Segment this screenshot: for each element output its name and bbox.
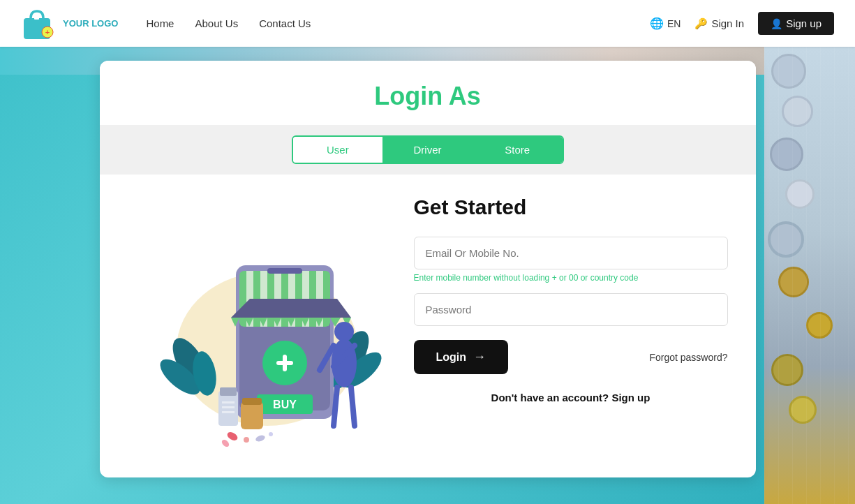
navbar: + YOUR LOGO Home About Us Contact Us 🌐 E… — [0, 0, 855, 47]
signup-label: Sign up — [786, 17, 821, 29]
tab-store[interactable]: Store — [473, 137, 563, 163]
svg-rect-47 — [242, 398, 262, 405]
nav-home[interactable]: Home — [146, 17, 174, 29]
form-area: Get Started Enter mobile number without … — [393, 195, 728, 450]
card-header: Login As — [100, 61, 756, 125]
logo-svg: + — [21, 6, 57, 42]
form-heading: Get Started — [414, 195, 728, 219]
nav-links: Home About Us Contact Us — [146, 17, 650, 29]
lang-label: EN — [667, 18, 681, 29]
hint-text: Enter mobile number without loading — [414, 273, 552, 283]
login-tab-group: User Driver Store — [292, 135, 564, 164]
email-hint: Enter mobile number without loading + or… — [414, 273, 728, 283]
arrow-icon: → — [473, 350, 486, 364]
signup-link[interactable]: Sign up — [611, 392, 650, 403]
password-group — [414, 293, 728, 326]
svg-point-49 — [244, 437, 249, 443]
svg-text:BUY: BUY — [273, 399, 297, 410]
main-content: Login As User Driver Store — [0, 47, 855, 504]
login-card: Login As User Driver Store — [100, 61, 756, 477]
nav-contact[interactable]: Contact Us — [259, 17, 311, 29]
signup-prompt: Don't have an account? Sign up — [414, 392, 728, 403]
nav-signup-button[interactable]: 👤 Sign up — [758, 12, 834, 35]
logo-text: YOUR LOGO — [63, 18, 118, 29]
svg-rect-34 — [267, 268, 302, 274]
svg-point-50 — [255, 434, 266, 443]
logo-area[interactable]: + YOUR LOGO — [21, 6, 118, 42]
logo-icon: + — [21, 6, 57, 42]
email-group — [414, 237, 728, 269]
pharmacy-illustration: BUY — [128, 195, 393, 447]
svg-rect-46 — [241, 401, 263, 429]
signin-label: Sign In — [711, 17, 744, 29]
nav-right: 🌐 EN 🔑 Sign In 👤 Sign up — [650, 12, 834, 35]
svg-text:+: + — [45, 28, 50, 36]
svg-point-48 — [225, 431, 239, 443]
password-input[interactable] — [414, 293, 728, 326]
svg-marker-19 — [231, 299, 351, 318]
login-button[interactable]: Login → — [414, 340, 509, 374]
svg-point-35 — [334, 322, 354, 341]
svg-rect-31 — [283, 355, 287, 371]
tab-user[interactable]: User — [293, 137, 383, 163]
login-title: Login As — [114, 82, 742, 111]
svg-rect-2 — [33, 16, 40, 18]
illustration-area: BUY — [128, 195, 393, 450]
svg-rect-42 — [220, 387, 237, 396]
svg-rect-43 — [222, 401, 235, 403]
email-input[interactable] — [414, 237, 728, 269]
nav-language[interactable]: 🌐 EN — [650, 17, 681, 30]
globe-icon: 🌐 — [650, 17, 664, 30]
form-bottom-row: Login → Forgot password? — [414, 340, 728, 374]
svg-line-39 — [334, 387, 337, 426]
svg-rect-44 — [222, 406, 235, 408]
user-icon: 👤 — [771, 18, 782, 29]
forgot-password-link[interactable]: Forgot password? — [649, 352, 727, 363]
svg-point-52 — [220, 438, 230, 447]
nav-signin-button[interactable]: 🔑 Sign In — [694, 17, 744, 30]
login-label: Login — [436, 351, 467, 364]
no-account-text: Don't have an account? — [491, 392, 609, 403]
tab-bar: User Driver Store — [100, 125, 756, 175]
key-icon: 🔑 — [694, 17, 708, 30]
svg-line-40 — [351, 387, 355, 426]
hint-highlight: + or 00 or country code — [552, 273, 639, 283]
svg-point-51 — [269, 432, 273, 436]
tab-driver[interactable]: Driver — [382, 137, 473, 163]
card-body: BUY — [100, 175, 756, 477]
svg-rect-45 — [222, 411, 235, 413]
nav-about[interactable]: About Us — [195, 17, 238, 29]
